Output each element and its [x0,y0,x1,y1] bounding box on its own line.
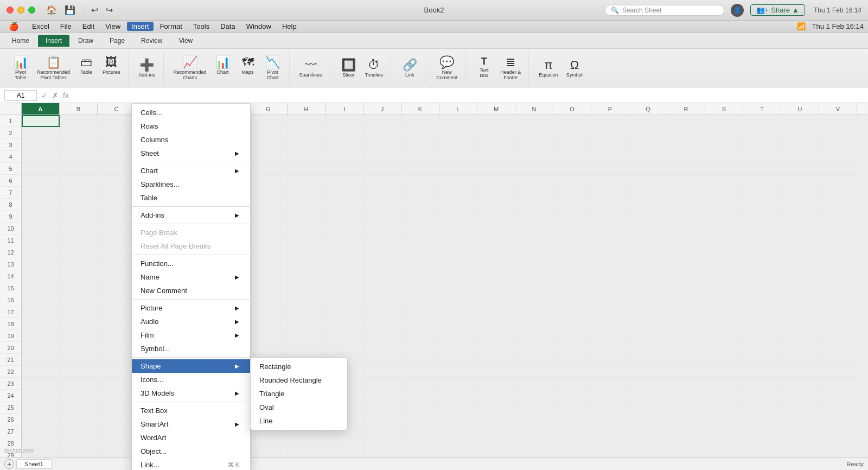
cell[interactable] [515,127,553,139]
cell[interactable] [667,294,705,306]
cell[interactable] [98,318,136,330]
cell[interactable] [705,127,743,139]
cell[interactable] [98,258,136,270]
cell[interactable] [60,425,98,437]
cell[interactable] [515,223,553,234]
cell[interactable] [781,199,819,211]
cell[interactable] [477,127,515,139]
cell[interactable] [667,306,705,318]
cell[interactable] [819,354,857,366]
cell[interactable] [819,127,857,139]
formula-check-icon[interactable]: ✓ [41,91,48,100]
menu-item-icons[interactable]: Icons... [132,373,250,386]
cell[interactable] [705,378,743,390]
menu-tools[interactable]: Tools [189,22,214,31]
cell[interactable] [629,449,667,457]
cell[interactable] [819,402,857,414]
recommended-charts-button[interactable]: 📈 RecommendedCharts [170,55,210,81]
cell[interactable] [477,449,515,457]
cell[interactable] [98,437,136,449]
cell[interactable] [819,390,857,402]
cell[interactable] [515,378,553,390]
cell[interactable] [629,258,667,270]
cell[interactable] [515,402,553,414]
cell[interactable] [326,258,363,270]
col-header-S[interactable]: S [705,103,743,115]
cell[interactable] [515,437,553,449]
cell[interactable] [60,175,98,187]
cell[interactable] [553,414,591,425]
cell[interactable] [98,282,136,294]
cell[interactable] [401,437,439,449]
cell[interactable] [743,402,781,414]
cell[interactable] [439,199,477,211]
cell[interactable] [477,294,515,306]
menu-item-function[interactable]: Function... [132,257,250,270]
cell[interactable] [667,223,705,234]
undo-icon[interactable]: ↩ [89,4,100,16]
cell[interactable] [819,115,857,127]
cell[interactable] [781,437,819,449]
cell[interactable] [250,270,288,282]
cell[interactable] [515,342,553,354]
cell-reference-box[interactable]: A1 [4,90,37,101]
cell[interactable] [553,187,591,199]
cell[interactable] [515,199,553,211]
cell[interactable] [60,199,98,211]
addins-button[interactable]: ➕ Add-ins [135,58,159,79]
cell[interactable] [60,354,98,366]
cell[interactable] [363,187,401,199]
cell[interactable] [705,258,743,270]
cell[interactable] [705,342,743,354]
cell[interactable] [439,223,477,234]
cell[interactable] [743,306,781,318]
cell[interactable] [781,425,819,437]
cell[interactable] [98,223,136,234]
cell[interactable] [515,449,553,457]
cell[interactable] [591,306,629,318]
cell[interactable] [819,151,857,163]
new-comment-button[interactable]: 💬 NewComment [433,55,461,81]
cell[interactable] [363,366,401,378]
cell[interactable] [477,306,515,318]
cell[interactable] [22,175,60,187]
cell[interactable] [98,414,136,425]
cell[interactable] [326,330,363,342]
cell[interactable] [629,366,667,378]
cell[interactable] [781,175,819,187]
cell[interactable] [591,378,629,390]
cell[interactable] [705,414,743,425]
menu-data[interactable]: Data [216,22,239,31]
cell[interactable] [781,414,819,425]
cell[interactable] [553,211,591,223]
cell[interactable] [705,234,743,246]
cell[interactable] [629,211,667,223]
cell[interactable] [705,187,743,199]
cell[interactable] [60,139,98,151]
cell[interactable] [515,270,553,282]
cell[interactable] [363,246,401,258]
cell[interactable] [439,414,477,425]
menu-item-new-comment[interactable]: New Comment [132,284,250,297]
cell[interactable] [629,390,667,402]
cell[interactable] [819,163,857,175]
cell[interactable] [553,175,591,187]
cell[interactable] [439,294,477,306]
cell[interactable] [781,402,819,414]
cell[interactable] [667,139,705,151]
cell[interactable] [439,342,477,354]
cell[interactable] [250,282,288,294]
chart-button[interactable]: 📊 Chart [211,55,235,81]
cell[interactable] [743,378,781,390]
sheet-tab-sheet1[interactable]: Sheet1 [16,459,52,469]
cell[interactable] [629,414,667,425]
cell[interactable] [477,163,515,175]
cell[interactable] [363,270,401,282]
cell[interactable] [743,187,781,199]
cell[interactable] [591,294,629,306]
cell[interactable] [250,175,288,187]
cell[interactable] [667,199,705,211]
cell[interactable] [553,258,591,270]
menu-item-sparklines[interactable]: Sparklines... [132,177,250,191]
cell[interactable] [363,378,401,390]
